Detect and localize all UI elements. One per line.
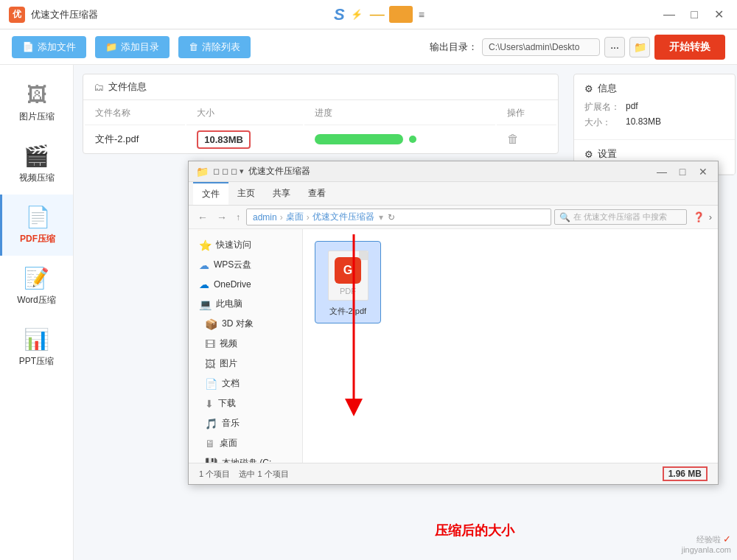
es-this-pc[interactable]: 💻 此电脑 — [189, 294, 302, 314]
es-desktop[interactable]: 🖥 桌面 — [189, 433, 302, 453]
title-bar: 优 优速文件压缩器 S ⚡ — ≡ — □ ✕ — [0, 0, 737, 29]
add-folder-icon: 📁 — [105, 41, 117, 52]
app-icon: 优 — [9, 7, 25, 23]
file-icon-large: G PDF — [324, 248, 372, 303]
pdf-text-label: PDF — [340, 287, 356, 295]
sidebar-item-word[interactable]: 📝 Word压缩 — [0, 256, 73, 317]
explorer-title-extra: ◻ ◻ ◻ ▾ — [213, 167, 244, 176]
explorer-help-icon[interactable]: ❓ — [693, 211, 705, 223]
title-bar-btn-group: — — [368, 6, 413, 23]
table-row: 文件-2.pdf 10.83MB — [85, 127, 556, 152]
3d-icon: 📦 — [205, 318, 217, 330]
ribbon-tab-share[interactable]: 共享 — [264, 183, 299, 204]
settings-header: ⚙ 设置 — [584, 147, 724, 161]
search-bar[interactable]: 🔍 在 优速文件压缩器 中搜索 — [554, 209, 687, 225]
clear-icon: 🗑 — [189, 41, 198, 52]
progress-bar — [315, 134, 403, 144]
title-bar-right: — □ ✕ — [660, 7, 728, 21]
file-info-title: 文件信息 — [108, 80, 147, 94]
output-more-button[interactable]: ··· — [604, 37, 625, 57]
file-name-label: 文件-2.pdf — [329, 306, 366, 317]
title-bar-dash-icon: — — [370, 6, 385, 23]
sidebar-item-pdf[interactable]: 📄 PDF压缩 — [0, 195, 73, 256]
explorer-statusbar: 1 个项目 选中 1 个项目 1.96 MB — [189, 463, 718, 484]
es-onedrive[interactable]: ☁ OneDrive — [189, 275, 302, 294]
file-info-icon: 🗂 — [94, 81, 104, 93]
add-file-button[interactable]: 📄 添加文件 — [12, 36, 86, 58]
quick-access-icon: ⭐ — [199, 239, 212, 251]
nav-up[interactable]: ↑ — [233, 211, 243, 224]
es-wps[interactable]: ☁ WPS云盘 — [189, 255, 302, 275]
ribbon-tab-home[interactable]: 主页 — [228, 183, 264, 204]
nav-forward[interactable]: → — [214, 210, 230, 225]
info-section: ⚙ 信息 扩展名： pdf 大小： 10.83MB — [574, 74, 735, 140]
menu-icon[interactable]: ≡ — [419, 9, 425, 21]
es-video[interactable]: 🎞 视频 — [189, 334, 302, 354]
picture-folder-icon: 🖼 — [205, 358, 215, 370]
close-button[interactable]: ✕ — [710, 7, 728, 21]
title-bar-left: 优 优速文件压缩器 — [9, 7, 98, 23]
explorer-close[interactable]: ✕ — [696, 166, 710, 178]
settings-gear-icon: ⚙ — [584, 149, 593, 160]
es-label-music: 音乐 — [222, 417, 240, 430]
breadcrumb-bar[interactable]: admin › 桌面 › 优速文件压缩器 ▾ ↻ — [246, 209, 551, 225]
file-size-cell: 10.83MB — [186, 127, 302, 152]
file-item-pdf[interactable]: G PDF 文件-2.pdf — [315, 241, 381, 323]
video-folder-icon: 🎞 — [205, 338, 215, 350]
status-size: 1.96 MB — [663, 466, 708, 481]
bc-dropdown-icon[interactable]: ▾ — [379, 212, 383, 223]
explorer-body: ⭐ 快速访问 ☁ WPS云盘 ☁ OneDrive 💻 此电脑 — [189, 229, 718, 463]
sidebar-item-video[interactable]: 🎬 视频压缩 — [0, 133, 73, 195]
size-value: 10.83MB — [626, 116, 661, 129]
sidebar-item-img[interactable]: 🖼 图片压缩 — [0, 72, 73, 133]
nav-back[interactable]: ← — [195, 210, 211, 225]
word-compress-icon: 📝 — [24, 266, 49, 290]
col-action: 操作 — [497, 102, 556, 125]
explorer-main-area: G PDF 文件-2.pdf — [303, 229, 718, 463]
clear-list-button[interactable]: 🗑 清除列表 — [178, 36, 251, 58]
es-label-video: 视频 — [220, 337, 237, 350]
output-path[interactable]: C:\Users\admin\Deskto — [482, 38, 600, 56]
status-count: 1 个项目 选中 1 个项目 — [199, 469, 289, 480]
watermark: 经验啦 ✓ jingyanla.com — [682, 533, 731, 554]
es-label-3d: 3D 对象 — [222, 318, 254, 330]
annotation-after: 压缩后的大小 — [435, 522, 514, 539]
output-folder-button[interactable]: 📁 — [629, 37, 650, 57]
file-icon-page: G PDF — [328, 251, 368, 301]
explorer-title-left: 📁 ◻ ◻ ◻ ▾ 优速文件压缩器 — [196, 165, 310, 178]
title-bar-s-icon: S — [334, 5, 345, 24]
explorer-ribbon: 文件 主页 共享 查看 — [189, 182, 718, 206]
file-name-cell: 文件-2.pdf — [85, 127, 185, 152]
pdf-compress-icon: 📄 — [25, 205, 51, 229]
toolbar: 📄 添加文件 📁 添加目录 🗑 清除列表 输出目录： C:\Users\admi… — [0, 29, 737, 65]
es-label-quick: 快速访问 — [216, 239, 251, 251]
search-icon: 🔍 — [559, 212, 570, 223]
es-music[interactable]: 🎵 音乐 — [189, 413, 302, 433]
watermark-url: jingyanla.com — [682, 545, 731, 554]
es-3d[interactable]: 📦 3D 对象 — [189, 314, 302, 334]
explorer-restore[interactable]: □ — [675, 166, 690, 178]
size-row: 大小： 10.83MB — [584, 116, 724, 129]
bc-refresh-icon[interactable]: ↻ — [388, 212, 395, 223]
info-gear-icon: ⚙ — [584, 83, 593, 94]
es-pic[interactable]: 🖼 图片 — [189, 354, 302, 374]
ribbon-tab-view[interactable]: 查看 — [299, 183, 335, 204]
start-convert-button[interactable]: 开始转换 — [654, 35, 725, 60]
minimize-button[interactable]: — — [660, 8, 678, 21]
es-quick-access[interactable]: ⭐ 快速访问 — [189, 235, 302, 255]
bc-app: 优速文件压缩器 — [312, 211, 374, 223]
sidebar-label-pdf: PDF压缩 — [20, 233, 55, 245]
explorer-minimize[interactable]: — — [654, 166, 669, 178]
delete-button[interactable]: 🗑 — [507, 133, 519, 145]
size-label: 大小： — [584, 116, 621, 129]
es-local-c[interactable]: 💾 本地磁盘 (C: — [189, 453, 302, 463]
es-label-c: 本地磁盘 (C: — [222, 457, 271, 463]
sidebar-item-ppt[interactable]: 📊 PPT压缩 — [0, 317, 73, 378]
add-folder-button[interactable]: 📁 添加目录 — [95, 36, 170, 58]
sidebar-label-video: 视频压缩 — [19, 172, 55, 184]
restore-button[interactable]: □ — [685, 8, 703, 21]
es-download[interactable]: ⬇ 下载 — [189, 393, 302, 413]
es-doc[interactable]: 📄 文档 — [189, 374, 302, 393]
col-name: 文件名称 — [85, 102, 185, 125]
ribbon-tab-file[interactable]: 文件 — [193, 182, 228, 205]
